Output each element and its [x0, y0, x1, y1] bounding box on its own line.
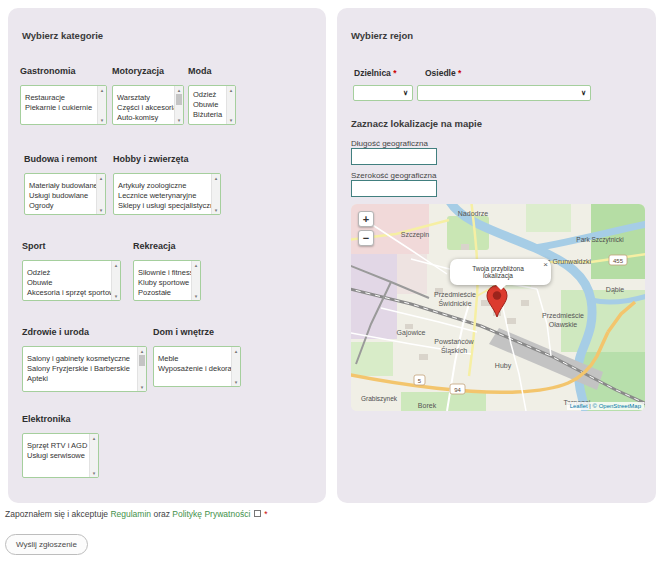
- option[interactable]: Sklepy i usługi specjalistyczne: [118, 201, 209, 211]
- multiselect-gastronomia[interactable]: Restauracje Piekarnie i cukiernie ▴▾: [20, 85, 107, 125]
- option[interactable]: Sprzęt RTV i AGD: [27, 441, 87, 451]
- multiselect-budowa[interactable]: Materiały budowlane Usługi budowlane Ogr…: [24, 173, 106, 215]
- zoom-in-button[interactable]: +: [358, 211, 374, 227]
- option[interactable]: Piekarnie i cukiernie: [25, 103, 95, 113]
- estate-label: Osiedle *: [425, 68, 461, 78]
- scroll-up-icon: ▴: [100, 175, 103, 181]
- scroll-down-icon: ▾: [93, 470, 96, 476]
- option[interactable]: Salony i gabinety kosmetyczne: [27, 354, 135, 364]
- option[interactable]: Usługi budowlane: [29, 191, 94, 201]
- leaflet-link[interactable]: Leaflet: [570, 403, 588, 409]
- scroll-up-icon: ▴: [115, 262, 118, 268]
- multiselect-elektronika[interactable]: Sprzęt RTV i AGD Usługi serwisowe ▴▾: [22, 433, 99, 478]
- scrollbar[interactable]: ▴▾: [231, 347, 240, 386]
- consent-row: Zapoznałem się i akceptuje Regulamin ora…: [5, 509, 268, 519]
- scrollbar[interactable]: ▴▾: [111, 261, 120, 300]
- region-panel: Wybierz rejon Dzielnica * Osiedle * ∨ ∨ …: [337, 8, 656, 503]
- option[interactable]: Apteki: [27, 374, 135, 384]
- terms-link[interactable]: Regulamin: [110, 509, 151, 519]
- category-label: Dom i wnętrze: [153, 327, 241, 337]
- place-label: Borek: [418, 402, 437, 409]
- option-list: Sprzęt RTV i AGD Usługi serwisowe: [23, 434, 89, 477]
- option[interactable]: Obuwie: [27, 278, 109, 288]
- scrollbar[interactable]: ▴▾: [89, 434, 98, 477]
- category-elektronika: Elektronika Sprzęt RTV i AGD Usługi serw…: [22, 414, 99, 478]
- option-list: Restauracje Piekarnie i cukiernie: [21, 86, 97, 124]
- scrollbar[interactable]: ▴▾: [226, 86, 235, 124]
- option[interactable]: Lecznice weterynaryjne: [118, 191, 209, 201]
- map-attribution: Leaflet | © OpenStreetMap: [567, 402, 644, 410]
- district-label-text: Dzielnica: [354, 68, 391, 78]
- option[interactable]: Odzież: [193, 90, 224, 100]
- place-label: Przedmieście: [542, 312, 584, 319]
- place-label: Przedmieście: [434, 291, 476, 298]
- osm-link[interactable]: © OpenStreetMap: [593, 403, 641, 409]
- latitude-input[interactable]: [351, 180, 437, 197]
- option[interactable]: Restauracje: [25, 93, 95, 103]
- map-zoom-control: + −: [358, 211, 374, 249]
- option[interactable]: Wyposażenie i dekoracje: [158, 364, 229, 374]
- scrollbar[interactable]: ▴▾: [174, 86, 183, 124]
- option[interactable]: Odzież: [27, 268, 109, 278]
- scrollbar[interactable]: ▴▾: [191, 261, 200, 300]
- option-list: Meble Wyposażenie i dekoracje: [154, 347, 231, 386]
- option[interactable]: Kluby sportowe: [138, 278, 189, 288]
- multiselect-dom[interactable]: Meble Wyposażenie i dekoracje ▴▾: [153, 346, 241, 387]
- scrollbar[interactable]: ▴▾: [137, 347, 146, 391]
- scrollbar[interactable]: ▴▾: [96, 174, 105, 214]
- category-label: Hobby i zwierzęta: [113, 154, 221, 164]
- scroll-thumb[interactable]: [139, 355, 145, 366]
- option[interactable]: Pozostałe: [138, 288, 189, 298]
- option[interactable]: Ogrody: [29, 201, 94, 211]
- scroll-down-icon: ▾: [178, 117, 181, 123]
- multiselect-sport[interactable]: Odzież Obuwie Akcesoria i sprzęt sportow…: [22, 260, 121, 301]
- multiselect-zdrowie[interactable]: Salony i gabinety kosmetyczne Salony Fry…: [22, 346, 147, 392]
- scroll-down-icon: ▾: [230, 117, 233, 123]
- option[interactable]: Siłownie i fitness: [138, 268, 189, 278]
- multiselect-rekreacja[interactable]: Siłownie i fitness Kluby sportowe Pozost…: [133, 260, 201, 301]
- option[interactable]: Usługi serwisowe: [27, 451, 87, 461]
- multiselect-moda[interactable]: Odzież Obuwie Biżuteria ▴▾: [188, 85, 236, 125]
- option[interactable]: Warsztaty: [117, 93, 172, 103]
- option[interactable]: Biżuteria: [193, 110, 224, 120]
- district-select[interactable]: ∨: [353, 85, 413, 101]
- option[interactable]: Materiały budowlane: [29, 181, 94, 191]
- option-list: Warsztaty Części i akcesoria Auto-komisy: [113, 86, 174, 124]
- place-label: Powstańców: [434, 338, 474, 345]
- chevron-down-icon: ∨: [403, 89, 408, 97]
- option[interactable]: Akcesoria i sprzęt sportowy: [27, 288, 109, 298]
- map[interactable]: Nadodrze Szczepin Plac Grunwaldzki Park …: [351, 204, 645, 411]
- region-panel-title: Wybierz rejon: [351, 30, 413, 41]
- required-asterisk: *: [264, 509, 267, 519]
- latitude-label: Szerokość geograficzna: [351, 171, 436, 180]
- option[interactable]: Części i akcesoria: [117, 103, 172, 113]
- option[interactable]: Obuwie: [193, 100, 224, 110]
- multiselect-hobby[interactable]: Artykuły zoologiczne Lecznice weterynary…: [113, 173, 221, 215]
- scroll-up-icon: ▴: [101, 87, 104, 93]
- option-list: Materiały budowlane Usługi budowlane Ogr…: [25, 174, 96, 214]
- estate-select[interactable]: ∨: [417, 85, 591, 101]
- multiselect-motoryzacja[interactable]: Warsztaty Części i akcesoria Auto-komisy…: [112, 85, 184, 125]
- popup-close-icon[interactable]: ×: [543, 260, 548, 269]
- submit-button[interactable]: Wyślij zgłoszenie: [5, 534, 88, 555]
- option[interactable]: Salony Fryzjerskie i Barberskie: [27, 364, 135, 374]
- scroll-down-icon: ▾: [215, 207, 218, 213]
- privacy-link[interactable]: Politykę Prywatności: [172, 509, 250, 519]
- scroll-thumb[interactable]: [176, 94, 182, 105]
- consent-conjunction: oraz: [153, 509, 170, 519]
- option[interactable]: Auto-komisy: [117, 113, 172, 123]
- scrollbar[interactable]: ▴▾: [97, 86, 106, 124]
- map-popup: Twoja przybliżona lokalizacja ×: [450, 259, 551, 285]
- option[interactable]: Meble: [158, 354, 229, 364]
- option[interactable]: Artykuły zoologiczne: [118, 181, 209, 191]
- zoom-out-button[interactable]: −: [358, 230, 374, 246]
- scroll-up-icon: ▴: [230, 87, 233, 93]
- longitude-input[interactable]: [351, 148, 437, 165]
- consent-checkbox[interactable]: [254, 510, 261, 517]
- required-asterisk: *: [458, 68, 461, 78]
- scroll-down-icon: ▾: [235, 379, 238, 385]
- road-badge-text: 94: [454, 387, 461, 393]
- scrollbar[interactable]: ▴▾: [211, 174, 220, 214]
- place-label: Grabiszynek: [361, 395, 398, 403]
- place-label: Szczepin: [401, 231, 430, 239]
